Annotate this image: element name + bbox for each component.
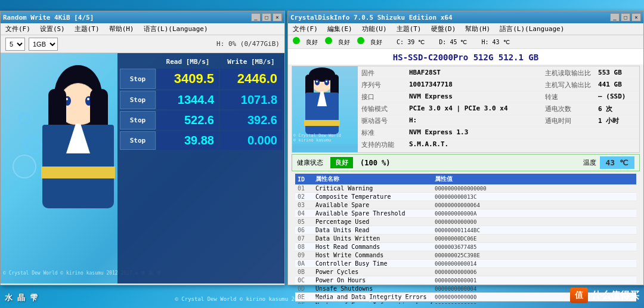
smart-value-11: 0000000000001 [432, 276, 636, 285]
cdm-toolbar: 5 1GB H: 0% (0/477GiB) [1, 35, 284, 53]
smart-id-2: 03 [295, 201, 313, 210]
watermark-right: 值 什么值得买 [570, 288, 639, 303]
drive-avatar-panel: © Crystal Dew World© kirino kasumu [292, 66, 358, 152]
smart-row-4: 05 Percentage Used 0000000000000 [295, 218, 636, 226]
cdi-menu-help[interactable]: 幫助(H) [463, 23, 493, 35]
smart-value-7: 0000003677485 [432, 243, 636, 251]
smart-value-10: 0000000000006 [432, 268, 636, 276]
drive-label-d: D: [439, 39, 450, 45]
smart-name-10: Power Cycles [313, 268, 432, 276]
cdi-window: CrystalDiskInfo 7.0.5 Shizuku Edition x6… [287, 11, 644, 285]
spec-val-rpm: — (SSD) [595, 91, 639, 103]
minimize-button[interactable]: _ [251, 13, 261, 21]
cdm-write-3: 392.6 [220, 111, 282, 130]
cdm-menu-settings[interactable]: 设置(S) [38, 23, 67, 35]
cdi-close-btn[interactable]: × [631, 13, 641, 21]
spec-label-standard: 标准 [358, 127, 405, 139]
cdi-menubar: 文件(F) 編集(E) 功能(U) 主題(T) 硬盤(D) 幫助(H) 語言(L… [288, 23, 643, 35]
cdm-menubar: 文件(F) 设置(S) 主题(T) 帮助(H) 语言(L)(Language) [1, 23, 284, 35]
cdm-read-2: 1344.4 [157, 91, 219, 109]
smart-id-8: 09 [295, 251, 313, 260]
spec-val-powercount: 6 次 [595, 103, 639, 115]
spec-label-powercount: 通电次数 [541, 103, 595, 115]
smart-id-6: 07 [295, 235, 313, 243]
spec-label-serial: 序列号 [358, 79, 405, 91]
spec-label-drive: 驱动器号 [358, 115, 405, 127]
smart-row-6: 07 Data Units Written 00000000DC06E [295, 235, 636, 243]
smart-id-11: 0C [295, 276, 313, 285]
close-button[interactable]: × [273, 13, 282, 21]
cdi-menu-language[interactable]: 語言(L)(Language) [497, 23, 566, 35]
spec-val-standard: NVM Express 1.3 [405, 127, 639, 139]
spec-val-interface: NVM Express [405, 91, 541, 103]
smart-row-5: 06 Data Units Read 000000001144BC [295, 226, 636, 235]
specs-table: 固件 HBAF28ST 主机读取输出比 553 GB 序列号 100173477… [358, 67, 639, 151]
cdm-window: Random Write 4KiB [4/5] _ □ × 文件(F) 设置(S… [0, 11, 285, 285]
cdm-stop-btn-2[interactable]: Stop [120, 91, 156, 109]
spec-label-firmware: 固件 [358, 67, 405, 79]
cdm-table-overlay: Read [MB/s] Write [MB/s] Stop 3409.5 244… [117, 53, 284, 284]
spec-val-features: S.M.A.R.T. [405, 139, 639, 151]
cdi-titlebar: CrystalDiskInfo 7.0.5 Shizuku Edition x6… [288, 11, 643, 23]
smart-name-11: Power On Hours [313, 276, 432, 285]
cdm-stop-btn-4[interactable]: Stop [120, 131, 156, 150]
health-dot-1 [293, 37, 300, 44]
spec-label-read: 主机读取输出比 [541, 67, 595, 79]
temp-d: 45 ℃ [450, 39, 467, 45]
cdm-menu-theme[interactable]: 主题(T) [72, 23, 102, 35]
spec-row-drive: 驱动器号 H: 通电时间 1 小时 [358, 115, 639, 127]
cdi-menu-edit[interactable]: 編集(E) [325, 23, 355, 35]
smart-col-id: ID [295, 174, 313, 184]
spec-val-firmware: HBAF28ST [405, 67, 541, 79]
smart-name-6: Data Units Written [313, 235, 432, 243]
cdm-header-row: Read [MB/s] Write [MB/s] [120, 57, 282, 67]
spec-label-write: 主机写入输出比 [541, 79, 595, 91]
cdm-read-3: 522.6 [157, 111, 219, 130]
cdi-menu-disk[interactable]: 硬盤(D) [429, 23, 459, 35]
spec-label-rpm: 转速 [541, 91, 595, 103]
maximize-button[interactable]: □ [262, 13, 271, 21]
cdm-row-3: Stop 522.6 392.6 [120, 111, 282, 130]
smart-name-7: Host Read Commands [313, 243, 432, 251]
drive-label-h: H: [482, 39, 493, 45]
cdi-minimize-btn[interactable]: _ [610, 13, 620, 21]
cdm-stop-btn-3[interactable]: Stop [120, 111, 156, 130]
spec-label-powertime: 通电时间 [541, 115, 595, 127]
count-select[interactable]: 5 [5, 38, 25, 51]
temp-c: 39 ℃ [407, 39, 425, 45]
spec-row-features: 支持的功能 S.M.A.R.T. [358, 139, 639, 151]
drive-specs-panel: 固件 HBAF28ST 主机读取输出比 553 GB 序列号 100173477… [358, 66, 639, 152]
cdi-maximize-btn[interactable]: □ [621, 13, 630, 21]
smart-header-row: ID 属性名称 属性值 [295, 174, 636, 184]
cdm-menu-help[interactable]: 帮助(H) [107, 23, 137, 35]
smart-value-6: 00000000DC06E [432, 235, 636, 243]
spec-row-transfer: 传输模式 PCIe 3.0 x4 | PCIe 3.0 x4 通电次数 6 次 [358, 103, 639, 115]
smart-value-9: 0000000000014 [432, 260, 636, 268]
cdi-menu-file[interactable]: 文件(F) [290, 23, 320, 35]
cdm-stop-btn-1[interactable]: Stop [120, 69, 156, 89]
cdm-body: © Crystal Dew World © kirino kasumu 2012… [1, 53, 284, 284]
cdm-row-1: Stop 3409.5 2446.0 [120, 69, 282, 89]
cdi-menu-theme[interactable]: 主題(T) [394, 23, 424, 35]
smart-id-0: 01 [295, 184, 313, 193]
smart-value-5: 000000001144BC [432, 226, 636, 235]
cdm-title: Random Write 4KiB [4/5] [3, 14, 94, 21]
smart-name-8: Host Write Commands [313, 251, 432, 260]
smart-id-9: 0A [295, 260, 313, 268]
cdm-menu-language[interactable]: 语言(L)(Language) [141, 23, 210, 35]
smart-row-3: 04 Available Spare Threshold 00000000000… [295, 210, 636, 218]
cdm-menu-file[interactable]: 文件(F) [3, 23, 33, 35]
size-select[interactable]: 1GB [29, 38, 58, 51]
drive-title: HS-SSD-C2000Pro 512G 512.1 GB [288, 49, 643, 64]
health-dot-3 [357, 37, 364, 44]
cdi-copyright: © Crystal Dew World© kirino kasumu [293, 133, 341, 143]
temp-h: 43 ℃ [493, 39, 510, 45]
smart-value-4: 0000000000000 [432, 218, 636, 226]
cdm-read-1: 3409.5 [157, 69, 219, 89]
cdi-menu-func[interactable]: 功能(U) [360, 23, 389, 35]
smart-id-1: 02 [295, 193, 313, 201]
cdm-write-4: 0.000 [220, 131, 282, 150]
drive-labels: C: 39 ℃ D: 45 ℃ H: 43 ℃ [397, 39, 510, 45]
smart-name-5: Data Units Read [313, 226, 432, 235]
watermark-left: 水 晶 雫 [5, 292, 38, 303]
